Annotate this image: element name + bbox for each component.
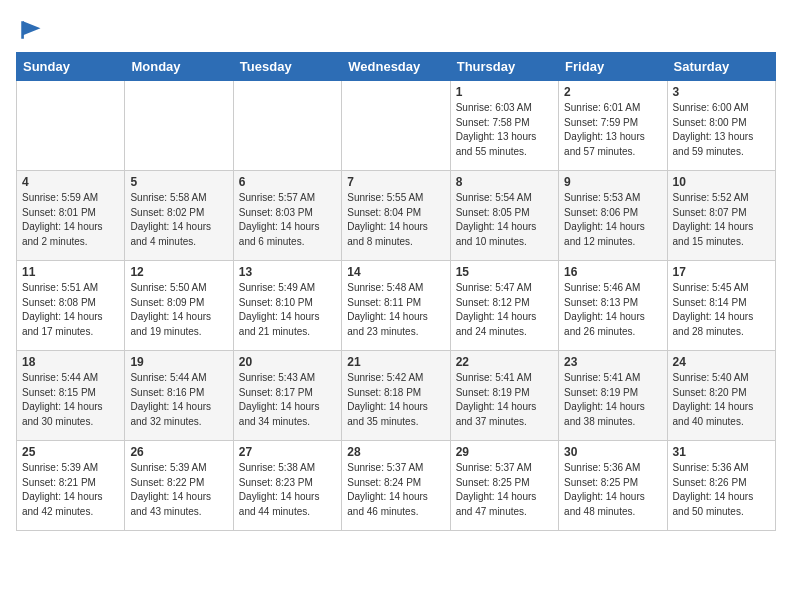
col-header-sunday: Sunday — [17, 53, 125, 81]
day-number: 3 — [673, 85, 770, 99]
day-info: Sunrise: 6:01 AM Sunset: 7:59 PM Dayligh… — [564, 101, 661, 159]
day-cell: 18Sunrise: 5:44 AM Sunset: 8:15 PM Dayli… — [17, 351, 125, 441]
day-info: Sunrise: 5:47 AM Sunset: 8:12 PM Dayligh… — [456, 281, 553, 339]
logo — [16, 16, 48, 44]
day-number: 18 — [22, 355, 119, 369]
day-info: Sunrise: 6:00 AM Sunset: 8:00 PM Dayligh… — [673, 101, 770, 159]
day-number: 31 — [673, 445, 770, 459]
day-info: Sunrise: 5:53 AM Sunset: 8:06 PM Dayligh… — [564, 191, 661, 249]
day-number: 9 — [564, 175, 661, 189]
week-row-5: 25Sunrise: 5:39 AM Sunset: 8:21 PM Dayli… — [17, 441, 776, 531]
day-info: Sunrise: 5:44 AM Sunset: 8:15 PM Dayligh… — [22, 371, 119, 429]
day-cell: 20Sunrise: 5:43 AM Sunset: 8:17 PM Dayli… — [233, 351, 341, 441]
day-cell: 2Sunrise: 6:01 AM Sunset: 7:59 PM Daylig… — [559, 81, 667, 171]
day-number: 22 — [456, 355, 553, 369]
day-number: 6 — [239, 175, 336, 189]
day-cell — [342, 81, 450, 171]
week-row-1: 1Sunrise: 6:03 AM Sunset: 7:58 PM Daylig… — [17, 81, 776, 171]
day-info: Sunrise: 5:43 AM Sunset: 8:17 PM Dayligh… — [239, 371, 336, 429]
day-cell: 12Sunrise: 5:50 AM Sunset: 8:09 PM Dayli… — [125, 261, 233, 351]
day-cell: 6Sunrise: 5:57 AM Sunset: 8:03 PM Daylig… — [233, 171, 341, 261]
day-cell: 24Sunrise: 5:40 AM Sunset: 8:20 PM Dayli… — [667, 351, 775, 441]
day-number: 1 — [456, 85, 553, 99]
day-cell: 13Sunrise: 5:49 AM Sunset: 8:10 PM Dayli… — [233, 261, 341, 351]
day-number: 13 — [239, 265, 336, 279]
day-info: Sunrise: 5:57 AM Sunset: 8:03 PM Dayligh… — [239, 191, 336, 249]
day-cell: 8Sunrise: 5:54 AM Sunset: 8:05 PM Daylig… — [450, 171, 558, 261]
day-info: Sunrise: 5:36 AM Sunset: 8:26 PM Dayligh… — [673, 461, 770, 519]
day-cell — [17, 81, 125, 171]
day-number: 4 — [22, 175, 119, 189]
day-cell: 23Sunrise: 5:41 AM Sunset: 8:19 PM Dayli… — [559, 351, 667, 441]
day-cell: 1Sunrise: 6:03 AM Sunset: 7:58 PM Daylig… — [450, 81, 558, 171]
col-header-monday: Monday — [125, 53, 233, 81]
col-header-wednesday: Wednesday — [342, 53, 450, 81]
day-info: Sunrise: 5:37 AM Sunset: 8:24 PM Dayligh… — [347, 461, 444, 519]
day-info: Sunrise: 5:51 AM Sunset: 8:08 PM Dayligh… — [22, 281, 119, 339]
day-number: 12 — [130, 265, 227, 279]
day-info: Sunrise: 5:58 AM Sunset: 8:02 PM Dayligh… — [130, 191, 227, 249]
logo-icon — [16, 16, 44, 44]
day-info: Sunrise: 5:41 AM Sunset: 8:19 PM Dayligh… — [564, 371, 661, 429]
day-cell: 10Sunrise: 5:52 AM Sunset: 8:07 PM Dayli… — [667, 171, 775, 261]
day-number: 24 — [673, 355, 770, 369]
day-cell: 22Sunrise: 5:41 AM Sunset: 8:19 PM Dayli… — [450, 351, 558, 441]
calendar-table: SundayMondayTuesdayWednesdayThursdayFrid… — [16, 52, 776, 531]
day-cell: 5Sunrise: 5:58 AM Sunset: 8:02 PM Daylig… — [125, 171, 233, 261]
day-info: Sunrise: 5:39 AM Sunset: 8:21 PM Dayligh… — [22, 461, 119, 519]
day-cell: 11Sunrise: 5:51 AM Sunset: 8:08 PM Dayli… — [17, 261, 125, 351]
day-number: 15 — [456, 265, 553, 279]
day-cell: 3Sunrise: 6:00 AM Sunset: 8:00 PM Daylig… — [667, 81, 775, 171]
day-number: 27 — [239, 445, 336, 459]
day-number: 28 — [347, 445, 444, 459]
day-info: Sunrise: 5:48 AM Sunset: 8:11 PM Dayligh… — [347, 281, 444, 339]
day-cell: 9Sunrise: 5:53 AM Sunset: 8:06 PM Daylig… — [559, 171, 667, 261]
day-info: Sunrise: 5:42 AM Sunset: 8:18 PM Dayligh… — [347, 371, 444, 429]
week-row-4: 18Sunrise: 5:44 AM Sunset: 8:15 PM Dayli… — [17, 351, 776, 441]
day-info: Sunrise: 5:40 AM Sunset: 8:20 PM Dayligh… — [673, 371, 770, 429]
col-header-saturday: Saturday — [667, 53, 775, 81]
day-number: 19 — [130, 355, 227, 369]
svg-rect-2 — [21, 21, 24, 39]
day-number: 16 — [564, 265, 661, 279]
day-info: Sunrise: 5:38 AM Sunset: 8:23 PM Dayligh… — [239, 461, 336, 519]
day-cell: 30Sunrise: 5:36 AM Sunset: 8:25 PM Dayli… — [559, 441, 667, 531]
day-cell: 17Sunrise: 5:45 AM Sunset: 8:14 PM Dayli… — [667, 261, 775, 351]
day-info: Sunrise: 5:59 AM Sunset: 8:01 PM Dayligh… — [22, 191, 119, 249]
day-number: 11 — [22, 265, 119, 279]
day-number: 25 — [22, 445, 119, 459]
page-header — [16, 16, 776, 44]
day-info: Sunrise: 5:55 AM Sunset: 8:04 PM Dayligh… — [347, 191, 444, 249]
svg-marker-1 — [23, 21, 41, 35]
day-cell — [125, 81, 233, 171]
day-cell: 21Sunrise: 5:42 AM Sunset: 8:18 PM Dayli… — [342, 351, 450, 441]
day-number: 10 — [673, 175, 770, 189]
day-cell: 15Sunrise: 5:47 AM Sunset: 8:12 PM Dayli… — [450, 261, 558, 351]
day-cell: 14Sunrise: 5:48 AM Sunset: 8:11 PM Dayli… — [342, 261, 450, 351]
day-info: Sunrise: 5:52 AM Sunset: 8:07 PM Dayligh… — [673, 191, 770, 249]
day-info: Sunrise: 5:46 AM Sunset: 8:13 PM Dayligh… — [564, 281, 661, 339]
day-info: Sunrise: 5:36 AM Sunset: 8:25 PM Dayligh… — [564, 461, 661, 519]
day-cell: 27Sunrise: 5:38 AM Sunset: 8:23 PM Dayli… — [233, 441, 341, 531]
col-header-friday: Friday — [559, 53, 667, 81]
day-info: Sunrise: 5:44 AM Sunset: 8:16 PM Dayligh… — [130, 371, 227, 429]
day-cell: 26Sunrise: 5:39 AM Sunset: 8:22 PM Dayli… — [125, 441, 233, 531]
day-cell: 4Sunrise: 5:59 AM Sunset: 8:01 PM Daylig… — [17, 171, 125, 261]
day-number: 8 — [456, 175, 553, 189]
day-cell: 29Sunrise: 5:37 AM Sunset: 8:25 PM Dayli… — [450, 441, 558, 531]
day-cell: 28Sunrise: 5:37 AM Sunset: 8:24 PM Dayli… — [342, 441, 450, 531]
day-cell: 19Sunrise: 5:44 AM Sunset: 8:16 PM Dayli… — [125, 351, 233, 441]
day-info: Sunrise: 5:39 AM Sunset: 8:22 PM Dayligh… — [130, 461, 227, 519]
day-info: Sunrise: 5:49 AM Sunset: 8:10 PM Dayligh… — [239, 281, 336, 339]
day-cell: 25Sunrise: 5:39 AM Sunset: 8:21 PM Dayli… — [17, 441, 125, 531]
day-number: 23 — [564, 355, 661, 369]
day-cell — [233, 81, 341, 171]
day-info: Sunrise: 5:41 AM Sunset: 8:19 PM Dayligh… — [456, 371, 553, 429]
day-number: 26 — [130, 445, 227, 459]
day-info: Sunrise: 5:54 AM Sunset: 8:05 PM Dayligh… — [456, 191, 553, 249]
day-info: Sunrise: 5:50 AM Sunset: 8:09 PM Dayligh… — [130, 281, 227, 339]
day-number: 5 — [130, 175, 227, 189]
day-info: Sunrise: 5:45 AM Sunset: 8:14 PM Dayligh… — [673, 281, 770, 339]
day-number: 20 — [239, 355, 336, 369]
day-number: 7 — [347, 175, 444, 189]
